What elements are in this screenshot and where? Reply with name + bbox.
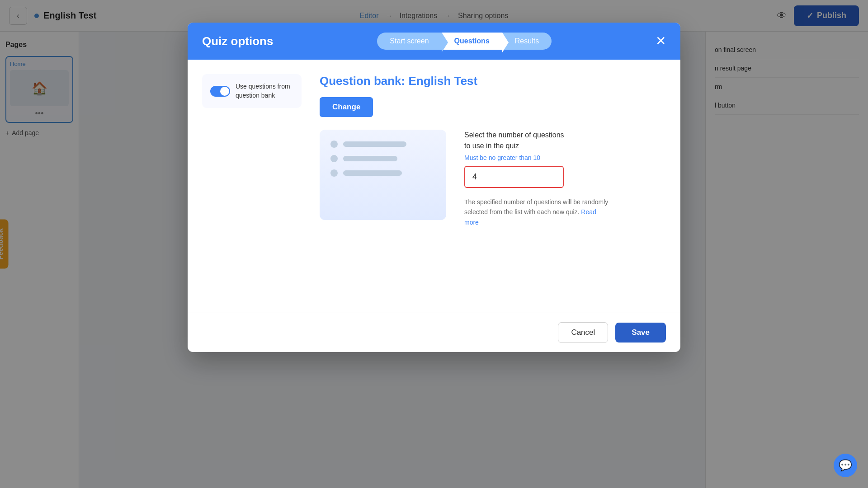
illus-row-2 — [330, 155, 435, 162]
modal-steps: Start screen Questions Results — [377, 33, 552, 50]
chat-icon: 💬 — [839, 459, 852, 472]
illus-dot-2 — [330, 155, 338, 162]
illus-bar-3 — [343, 170, 402, 176]
illus-dot-1 — [330, 141, 338, 148]
step-start-screen[interactable]: Start screen — [377, 33, 441, 50]
question-bank-title: Question bank: English Test — [320, 74, 666, 88]
chat-bubble-button[interactable]: 💬 — [834, 454, 857, 477]
toggle-section: Use questions from question bank — [202, 74, 302, 298]
question-bank-prefix: Question bank: — [320, 74, 408, 88]
modal-header: Quiz options Start screen Questions Resu… — [188, 23, 680, 60]
quiz-options-modal: Quiz options Start screen Questions Resu… — [188, 23, 680, 352]
illus-bar-1 — [343, 141, 406, 147]
change-button[interactable]: Change — [320, 97, 373, 117]
toggle-label: Use questions from question bank — [236, 82, 293, 100]
illus-row-1 — [330, 141, 435, 148]
modal-close-button[interactable]: ✕ — [656, 35, 666, 47]
modal-overlay: Quiz options Start screen Questions Resu… — [0, 0, 868, 488]
number-input-wrap: ▲ ▼ — [464, 166, 564, 188]
cancel-button[interactable]: Cancel — [558, 322, 608, 343]
modal-body: Use questions from question bank Questio… — [188, 60, 680, 313]
step-results[interactable]: Results — [502, 33, 552, 50]
select-label-line1: Select the number of questions — [464, 131, 564, 139]
question-bank-name: English Test — [408, 74, 477, 88]
question-bank-toggle[interactable] — [210, 86, 230, 97]
save-button[interactable]: Save — [615, 323, 666, 343]
step-start-label: Start screen — [390, 37, 429, 45]
form-section: Select the number of questions to use in… — [464, 130, 666, 227]
select-label: Select the number of questions to use in… — [464, 130, 666, 151]
step-questions[interactable]: Questions — [442, 33, 502, 50]
content-row: Select the number of questions to use in… — [320, 130, 666, 227]
modal-right: Question bank: English Test Change — [320, 74, 666, 298]
modal-footer: Cancel Save — [188, 313, 680, 352]
error-text: Must be no greater than 10 — [464, 154, 666, 161]
desc-text: The specified number of questions will b… — [464, 197, 609, 227]
modal-title: Quiz options — [202, 34, 273, 48]
select-label-line2: to use in the quiz — [464, 142, 519, 150]
illus-dot-3 — [330, 169, 338, 177]
illus-bar-2 — [343, 156, 397, 161]
illustration-box — [320, 130, 446, 220]
toggle-card: Use questions from question bank — [202, 74, 302, 108]
illus-row-3 — [330, 169, 435, 177]
step-results-label: Results — [515, 37, 539, 45]
question-count-input[interactable] — [465, 167, 564, 187]
step-questions-label: Questions — [454, 37, 490, 45]
